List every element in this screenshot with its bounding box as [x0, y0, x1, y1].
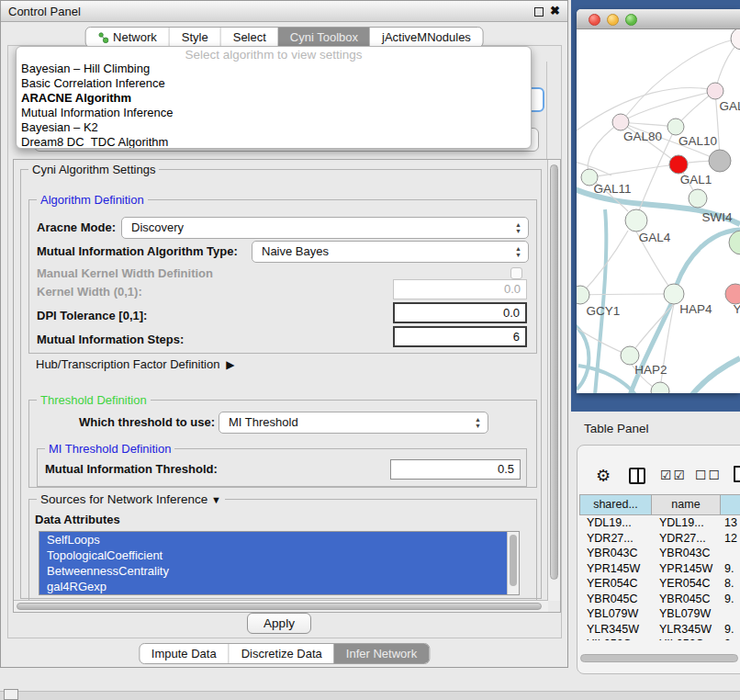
table-cell: 9	[721, 637, 740, 640]
network-node[interactable]	[577, 286, 589, 304]
float-panel-icon[interactable]	[534, 7, 544, 17]
sources-title[interactable]: Sources for Network Inference ▼	[37, 492, 225, 506]
settings-hscroll-thumb[interactable]	[17, 603, 542, 610]
dpi-tolerance-field[interactable]: 0.0	[393, 302, 527, 323]
tab-select[interactable]: Select	[220, 28, 278, 47]
table-cell: YDL19...	[652, 515, 721, 531]
table-row[interactable]: YBR043CYBR043C	[579, 546, 740, 561]
table-cell: 9.	[721, 592, 740, 607]
table-row[interactable]: YDR27...YDR27...12	[579, 531, 740, 547]
zoom-window-icon[interactable]	[625, 14, 637, 26]
data-attributes-label: Data Attributes	[35, 513, 120, 526]
attribute-item-gal4rgexp[interactable]: gal4RGexp	[39, 579, 507, 594]
network-node[interactable]	[689, 189, 707, 208]
network-node[interactable]	[729, 231, 740, 254]
algorithm-option-aracne-algorithm[interactable]: ARACNE Algorithm	[17, 91, 531, 106]
which-threshold-combo[interactable]: MI Threshold ▲▼	[219, 412, 488, 434]
table-row[interactable]: YDL19...YDL19...13	[579, 515, 740, 531]
network-edge	[580, 294, 664, 295]
settings-vertical-scrollbar[interactable]	[547, 160, 560, 601]
settings-horizontal-scrollbar[interactable]	[14, 600, 548, 612]
table-row[interactable]: YER054CYER054C8.	[579, 576, 740, 592]
tab-impute-data[interactable]: Impute Data	[140, 644, 229, 663]
algorithm-option-basic-correlation-inference[interactable]: Basic Correlation Inference	[17, 76, 531, 91]
table-row[interactable]: YIL052CYIL052C9	[579, 637, 740, 640]
tab-style[interactable]: Style	[169, 28, 220, 47]
attribute-item-selfloops[interactable]: SelfLoops	[39, 532, 507, 548]
network-node[interactable]	[612, 114, 629, 130]
apply-button[interactable]: Apply	[247, 613, 311, 634]
table-cell: YDL19...	[579, 515, 652, 531]
network-view-window: GALGAL80GAL10GAL1GAL11SWI4GAL4GCY1HAP4YH…	[577, 9, 740, 393]
table-horizontal-scrollbar[interactable]	[580, 654, 740, 663]
algorithm-option-dream8-dc-tdc-algorithm[interactable]: Dream8 DC_TDC Algorithm	[17, 135, 531, 149]
table-row[interactable]: YBL079WYBL079W	[579, 606, 740, 622]
attribute-item-betweennesscentrality[interactable]: BetweennessCentrality	[39, 563, 507, 579]
tab-cyni-toolbox[interactable]: Cyni Toolbox	[278, 28, 370, 47]
data-attributes-list[interactable]: SelfLoopsTopologicalCoefficientBetweenne…	[39, 531, 520, 595]
mi-type-combo[interactable]: Naive Bayes ▲▼	[252, 241, 529, 263]
node-label-gal4: GAL4	[639, 231, 671, 244]
settings-scrollpane: Cyni Algorithm Settings Algorithm Defini…	[13, 159, 561, 613]
table-row[interactable]: YPR145WYPR145W9.	[579, 561, 740, 577]
new-table-icon[interactable]	[734, 466, 740, 482]
network-node[interactable]	[664, 284, 684, 304]
settings-vscroll-thumb[interactable]	[550, 164, 558, 580]
table-row[interactable]: YBR045CYBR045C9.	[579, 592, 740, 607]
table-cell: 9.	[721, 622, 740, 638]
algorithm-option-mutual-information-inference[interactable]: Mutual Information Inference	[17, 106, 531, 120]
column-header-name[interactable]: name	[652, 494, 721, 515]
network-node[interactable]	[651, 382, 669, 393]
table-hscroll-thumb[interactable]	[580, 654, 738, 662]
hub-definition-toggle[interactable]: Hub/Transcription Factor Definition ▶	[36, 356, 235, 373]
network-node[interactable]	[669, 155, 688, 174]
table-cell: YBR043C	[652, 546, 721, 561]
algorithm-placeholder: Select algorithm to view settings	[17, 47, 531, 62]
columns-divider	[637, 469, 639, 482]
mi-threshold-title: MI Threshold Definition	[45, 442, 174, 456]
column-header-shared[interactable]: shared...	[579, 494, 652, 515]
table-cell: YBR043C	[579, 546, 652, 561]
hub-definition-label: Hub/Transcription Factor Definition	[36, 357, 219, 371]
mi-threshold-field[interactable]: 0.5	[390, 459, 521, 480]
algorithm-option-bayesian-k2[interactable]: Bayesian – K2	[17, 120, 531, 135]
bottom-tab-bar: Impute DataDiscretize DataInfer Network	[139, 643, 430, 664]
tab-discretize-data[interactable]: Discretize Data	[229, 644, 334, 663]
kernel-width-field[interactable]: 0.0	[393, 279, 527, 299]
tab-network[interactable]: Network	[85, 28, 169, 47]
table-row[interactable]: YLR345WYLR345W9.	[579, 622, 740, 638]
node-label-hap2: HAP2	[634, 363, 667, 377]
tab-label: Impute Data	[151, 647, 217, 660]
attribute-item-topologicalcoefficient[interactable]: TopologicalCoefficient	[39, 548, 507, 563]
network-window-titlebar[interactable]	[577, 9, 740, 29]
table-cell: YLR345W	[652, 622, 721, 638]
tab-jactivemnodules[interactable]: jActiveMNodules	[370, 28, 483, 47]
gear-icon[interactable]: ⚙	[596, 466, 611, 486]
columns-icon[interactable]	[629, 468, 645, 484]
minimized-panel-button[interactable]	[4, 689, 18, 700]
cyni-algorithm-settings-group: Cyni Algorithm Settings Algorithm Defini…	[20, 169, 542, 599]
manual-kernel-checkbox[interactable]	[510, 267, 522, 279]
network-node[interactable]	[707, 83, 723, 99]
network-node[interactable]	[709, 150, 731, 172]
aracne-mode-combo[interactable]: Discovery ▲▼	[121, 217, 529, 239]
network-node[interactable]	[725, 284, 740, 304]
aracne-mode-label: Aracne Mode:	[37, 217, 116, 239]
algorithm-option-bayesian-hill-climbing[interactable]: Bayesian – Hill Climbing	[17, 62, 531, 76]
network-node[interactable]	[625, 209, 647, 231]
close-panel-icon[interactable]: ✖	[550, 4, 560, 17]
network-node[interactable]	[621, 346, 639, 365]
close-window-icon[interactable]	[589, 14, 600, 26]
network-node[interactable]	[731, 29, 740, 50]
select-all-checkboxes-icon[interactable]: ☑☑	[660, 468, 687, 482]
deselect-all-checkboxes-icon[interactable]: ☐☐	[695, 468, 722, 482]
tab-infer-network[interactable]: Infer Network	[334, 644, 429, 663]
network-node[interactable]	[667, 119, 684, 135]
dpi-tolerance-label: DPI Tolerance [0,1]:	[37, 306, 147, 326]
network-canvas[interactable]: GALGAL80GAL10GAL1GAL11SWI4GAL4GCY1HAP4YH…	[577, 29, 740, 393]
attributes-scroll-thumb[interactable]	[510, 535, 517, 586]
column-header-a[interactable]: A	[721, 494, 740, 515]
mi-steps-field[interactable]: 6	[393, 326, 527, 347]
attributes-scrollbar[interactable]	[507, 532, 519, 594]
minimize-window-icon[interactable]	[607, 14, 619, 26]
